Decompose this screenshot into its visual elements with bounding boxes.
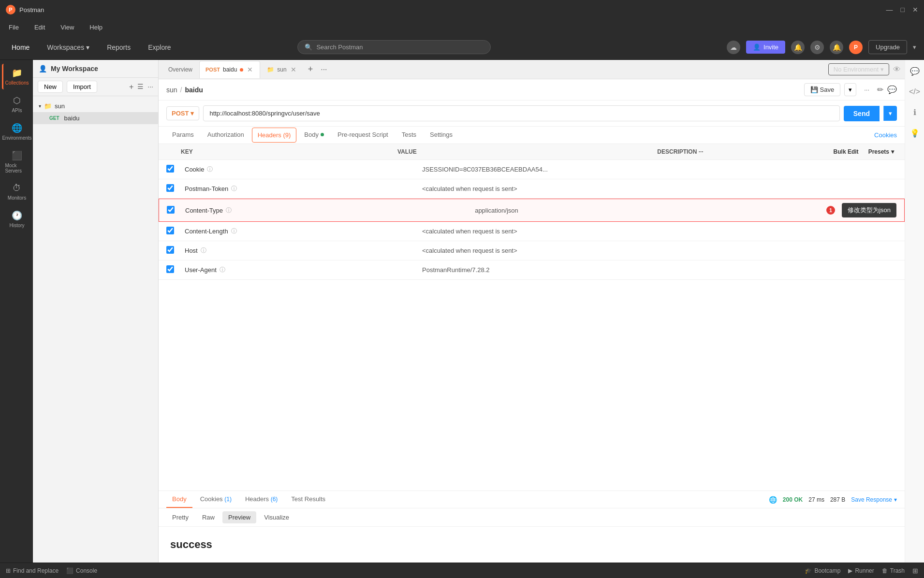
info-panel-icon[interactable]: ℹ — [910, 105, 919, 120]
tab-add-button[interactable]: + — [304, 62, 317, 76]
sidebar-item-environments[interactable]: 🌐 Environments — [2, 119, 31, 144]
runner-button[interactable]: ▶ Runner — [848, 567, 874, 574]
bootcamp-button[interactable]: 🎓 Bootcamp — [805, 567, 840, 574]
send-dropdown-button[interactable]: ▾ — [883, 106, 897, 121]
method-select[interactable]: POST ▾ — [166, 106, 199, 120]
format-tab-visualize[interactable]: Visualize — [258, 511, 295, 523]
apis-icon: ⬡ — [13, 95, 21, 106]
code-icon[interactable]: </> — [906, 85, 923, 99]
new-button[interactable]: New — [38, 81, 63, 93]
header-key-user-agent: User-Agent — [185, 266, 217, 274]
env-dropdown[interactable]: No Environment ▾ — [828, 63, 889, 75]
comments-panel-icon[interactable]: 💬 — [907, 64, 923, 79]
header-enable-user-agent[interactable] — [166, 265, 174, 273]
resp-tab-test-results[interactable]: Test Results — [285, 491, 331, 508]
upgrade-button[interactable]: Upgrade — [868, 40, 907, 54]
tab-body[interactable]: Body — [298, 127, 330, 144]
tab-baidu[interactable]: POST baidu ✕ — [199, 61, 260, 78]
close-button[interactable]: ✕ — [912, 6, 918, 14]
window-controls[interactable]: — □ ✕ — [886, 6, 918, 14]
header-enable-content-length[interactable] — [166, 227, 174, 234]
alerts-icon[interactable]: 🔔 — [830, 41, 843, 54]
header-enable-cookie[interactable] — [166, 165, 174, 173]
light-icon[interactable]: 💡 — [907, 126, 923, 141]
tab-overview[interactable]: Overview — [162, 61, 198, 78]
find-replace-button[interactable]: ⊞ Find and Replace — [6, 567, 59, 574]
format-tab-pretty[interactable]: Pretty — [166, 511, 194, 523]
tab-authorization[interactable]: Authorization — [202, 127, 250, 144]
settings-icon[interactable]: ⚙ — [810, 41, 824, 54]
info-icon-user-agent[interactable]: ⓘ — [220, 266, 225, 274]
layout-icon[interactable]: ⊞ — [912, 567, 918, 575]
menu-edit[interactable]: Edit — [31, 22, 48, 33]
nav-explore[interactable]: Explore — [144, 41, 175, 54]
app-logo: P — [6, 5, 15, 14]
nav-workspaces[interactable]: Workspaces ▾ — [43, 41, 93, 54]
resp-tab-body[interactable]: Body — [166, 491, 192, 508]
sidebar-item-mock-servers[interactable]: ⬛ Mock Servers — [2, 146, 31, 177]
avatar[interactable]: P — [849, 41, 863, 54]
info-icon-content-type[interactable]: ⓘ — [226, 206, 232, 215]
minimize-button[interactable]: — — [886, 6, 893, 14]
send-button[interactable]: Send — [844, 106, 880, 121]
info-icon-cookie[interactable]: ⓘ — [207, 165, 213, 173]
tab-sun-close-button[interactable]: ✕ — [290, 66, 297, 73]
tab-settings[interactable]: Settings — [424, 127, 458, 144]
chevron-down-icon: ▾ — [86, 43, 89, 51]
tab-pre-request-script[interactable]: Pre-request Script — [332, 127, 394, 144]
toolbar-more-button[interactable]: ··· — [860, 84, 873, 95]
menu-help[interactable]: Help — [87, 22, 105, 33]
header-row-content-length: Content-Length ⓘ <calculated when reques… — [159, 222, 905, 241]
info-icon-host[interactable]: ⓘ — [201, 246, 206, 255]
resp-tab-cookies[interactable]: Cookies (1) — [194, 491, 237, 508]
console-button[interactable]: ⬛ Console — [66, 567, 97, 574]
more-icon[interactable]: ··· — [147, 83, 153, 91]
header-enable-host[interactable] — [166, 246, 174, 254]
eye-icon[interactable]: 👁 — [893, 65, 901, 74]
bulk-edit-button[interactable]: Bulk Edit — [831, 147, 862, 157]
info-icon-content-length[interactable]: ⓘ — [231, 227, 237, 235]
tab-headers[interactable]: Headers (9) — [252, 128, 297, 143]
save-dropdown-button[interactable]: ▾ — [844, 83, 856, 96]
sidebar-item-apis[interactable]: ⬡ APIs — [2, 91, 31, 117]
notification-bell-icon[interactable]: 🔔 — [791, 41, 805, 54]
nav-home[interactable]: Home — [8, 41, 33, 54]
url-input[interactable] — [203, 105, 839, 121]
sidebar-item-history[interactable]: 🕐 History — [2, 206, 31, 232]
format-tab-raw[interactable]: Raw — [196, 511, 220, 523]
globe-icon[interactable]: 🌐 — [769, 496, 777, 504]
save-button[interactable]: 💾 Save — [804, 83, 841, 96]
import-button[interactable]: Import — [67, 81, 97, 93]
presets-button[interactable]: Presets ▾ — [865, 147, 897, 157]
menu-view[interactable]: View — [58, 22, 77, 33]
tab-tests[interactable]: Tests — [396, 127, 422, 144]
cookies-link[interactable]: Cookies — [874, 131, 897, 139]
comment-icon[interactable]: 💬 — [887, 85, 897, 94]
menu-file[interactable]: File — [6, 22, 22, 33]
header-enable-postman-token[interactable] — [166, 184, 174, 192]
trash-button[interactable]: 🗑 Trash — [882, 567, 905, 574]
format-tab-preview[interactable]: Preview — [222, 511, 256, 523]
invite-button[interactable]: 👤 Invite — [746, 41, 785, 54]
request-baidu[interactable]: GET baidu — [33, 112, 158, 124]
collection-sun[interactable]: ▾ 📁 sun — [33, 100, 158, 112]
header-enable-content-type[interactable] — [167, 206, 175, 214]
info-icon-postman-token[interactable]: ⓘ — [231, 185, 237, 193]
sidebar-item-monitors[interactable]: ⏱ Monitors — [2, 179, 31, 204]
sidebar-item-collections[interactable]: 📁 Collections — [2, 64, 31, 89]
search-bar[interactable]: 🔍 Search Postman — [297, 40, 491, 54]
edit-icon[interactable]: ✏ — [877, 85, 883, 94]
upgrade-chevron-icon[interactable]: ▾ — [913, 43, 916, 51]
tab-sun[interactable]: 📁 sun ✕ — [261, 61, 303, 78]
add-icon[interactable]: + — [129, 83, 133, 91]
filter-icon[interactable]: ☰ — [137, 83, 144, 91]
resp-tab-headers[interactable]: Headers (6) — [239, 491, 283, 508]
sync-icon[interactable]: ☁ — [727, 41, 740, 54]
restore-button[interactable]: □ — [901, 6, 905, 14]
tab-more-button[interactable]: ··· — [318, 63, 330, 76]
monitors-icon: ⏱ — [13, 183, 21, 193]
tab-close-button[interactable]: ✕ — [246, 66, 254, 73]
save-response-button[interactable]: Save Response ▾ — [851, 496, 897, 503]
nav-reports[interactable]: Reports — [103, 41, 134, 54]
tab-params[interactable]: Params — [166, 127, 200, 144]
